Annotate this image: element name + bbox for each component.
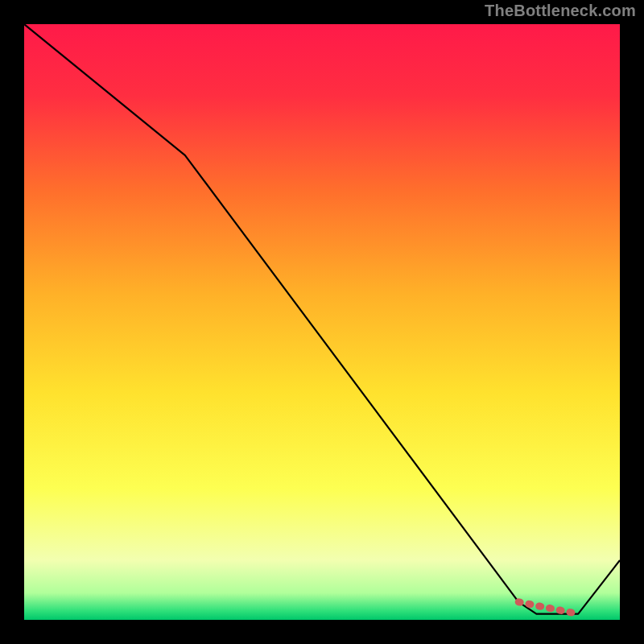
chart-svg (24, 24, 620, 620)
watermark-text: TheBottleneck.com (485, 2, 636, 20)
plot-area (24, 24, 620, 620)
chart-frame: TheBottleneck.com (0, 0, 644, 644)
gradient-background (24, 24, 620, 620)
